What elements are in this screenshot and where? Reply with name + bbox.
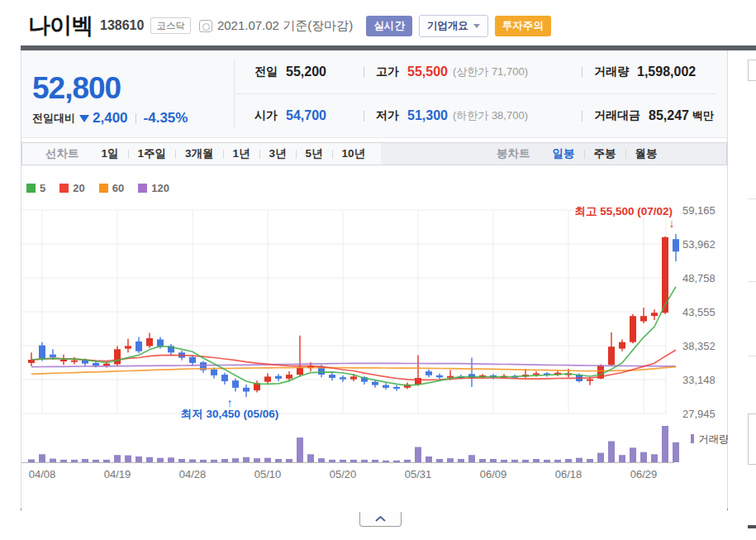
candle-body <box>608 346 615 365</box>
divider <box>748 281 756 282</box>
panel-fragment <box>748 60 756 81</box>
divider <box>582 67 582 78</box>
volume-bar <box>125 456 131 462</box>
divider <box>748 356 756 356</box>
line-chart-label[interactable]: 선차트 <box>45 146 79 161</box>
volume-bar <box>50 459 56 462</box>
candle-body <box>651 313 658 316</box>
volume-bar <box>189 460 196 463</box>
collapse-chart-button[interactable] <box>359 512 402 527</box>
chart-panel: 52060120 59,16553,96248,75843,55538,3523… <box>21 165 727 510</box>
tab-period-1[interactable]: 1일 <box>93 146 128 161</box>
candle-body <box>383 385 389 388</box>
x-axis-label: 04/19 <box>104 468 131 480</box>
volume-bar <box>103 460 110 462</box>
candle-body <box>39 346 45 359</box>
volume-bar <box>468 455 475 462</box>
candle-body <box>619 342 625 349</box>
x-axis-label: 06/18 <box>555 468 582 480</box>
volume-bar <box>329 460 335 462</box>
low-value: 51,300 <box>407 108 448 123</box>
divider <box>582 111 582 122</box>
tab-candle-1[interactable]: 일봉 <box>544 146 584 161</box>
candle-body <box>71 361 78 362</box>
volume-bar <box>232 458 239 462</box>
calendar-clock-icon <box>199 20 212 32</box>
candle-body <box>243 388 250 392</box>
chart-toolbar: 선차트 1일1주일3개월1년3년5년10년 봉차트 일봉주봉월봉 <box>21 142 727 165</box>
volume-bar <box>372 460 378 462</box>
table-row: 전일55,200 고가 55,500 (상한가 71,700) 거래량 1,59… <box>235 50 717 94</box>
tab-period-2[interactable]: 1주일 <box>129 146 176 161</box>
divider <box>364 67 364 78</box>
volume-bar <box>383 461 389 462</box>
volume-bar <box>168 457 174 462</box>
candle-body <box>232 380 239 388</box>
y-axis-label: 43,555 <box>682 306 716 318</box>
volume-bar <box>554 460 561 462</box>
candle-chart-label[interactable]: 봉차트 <box>497 146 530 161</box>
volume-legend-icon <box>691 434 694 443</box>
low-label: 저가 <box>376 108 399 123</box>
tab-period-5[interactable]: 3년 <box>260 146 296 161</box>
company-overview-dropdown[interactable]: 기업개요 <box>419 15 488 37</box>
volume-label: 거래량 <box>594 65 629 79</box>
volume-bar <box>608 442 615 463</box>
candle-body <box>297 367 303 375</box>
y-axis-label: 48,758 <box>682 272 716 284</box>
volume-bar <box>340 460 346 462</box>
candle-body <box>136 342 142 351</box>
candle-body <box>587 380 593 381</box>
volume-bar <box>630 447 636 462</box>
tab-candle-2[interactable]: 주봉 <box>585 146 625 161</box>
header: 나이벡 138610 코스닥 2021.07.02 기준(장마감) 실시간 기업… <box>28 8 730 43</box>
realtime-button[interactable]: 실시간 <box>366 16 412 36</box>
volume-bar <box>501 460 507 462</box>
tab-period-4[interactable]: 1년 <box>224 146 259 161</box>
volume-bar <box>511 460 518 462</box>
y-axis-label: 27,945 <box>682 408 716 420</box>
divider <box>136 113 136 124</box>
candle-body <box>393 387 400 389</box>
investment-warning-badge[interactable]: 투자주의 <box>495 16 551 36</box>
period-tabs: 선차트 1일1주일3개월1년3년5년10년 <box>22 146 374 161</box>
x-axis-label: 06/09 <box>480 468 507 480</box>
volume-bar <box>533 459 540 462</box>
triangle-down-icon <box>79 115 89 122</box>
ma-legend-label: 60 <box>112 182 124 194</box>
legend-swatch-icon <box>26 184 36 193</box>
tab-candle-3[interactable]: 월봉 <box>626 146 667 161</box>
tab-period-7[interactable]: 10년 <box>333 146 375 161</box>
volume-bar <box>597 453 604 462</box>
volume-bar <box>576 458 582 462</box>
volume-bar <box>544 460 550 462</box>
open-value: 54,700 <box>286 108 326 123</box>
candle-tabs: 봉차트 일봉주봉월봉 <box>381 143 726 165</box>
divider <box>748 198 756 199</box>
candle-body <box>415 378 421 385</box>
volume-bar <box>490 459 497 462</box>
volume-bar <box>297 437 303 462</box>
volume-bar <box>157 458 164 462</box>
volume-bar <box>39 454 45 462</box>
tab-period-3[interactable]: 3개월 <box>176 146 223 161</box>
ma-legend-label: 5 <box>40 182 45 194</box>
volume-bar <box>254 458 260 462</box>
legend-swatch-icon <box>99 184 108 193</box>
ma-legend-item: 120 <box>138 182 169 194</box>
high-annotation: 최고 55,500 (07/02) <box>574 205 673 217</box>
legend-swatch-icon <box>138 184 147 193</box>
ma120-line <box>31 363 676 366</box>
volume-bar <box>318 458 325 462</box>
candle-body <box>372 382 378 385</box>
volume-bar <box>60 460 67 462</box>
stock-detail-page: 나이벡 138610 코스닥 2021.07.02 기준(장마감) 실시간 기업… <box>0 0 756 540</box>
candle-body <box>436 375 443 377</box>
candle-body <box>275 376 282 379</box>
panel-fragment <box>748 525 756 528</box>
ma-legend-label: 20 <box>73 182 84 194</box>
volume-bar <box>146 457 153 462</box>
tab-period-6[interactable]: 5년 <box>297 146 332 161</box>
volume-bar <box>565 459 572 462</box>
divider <box>364 111 364 122</box>
